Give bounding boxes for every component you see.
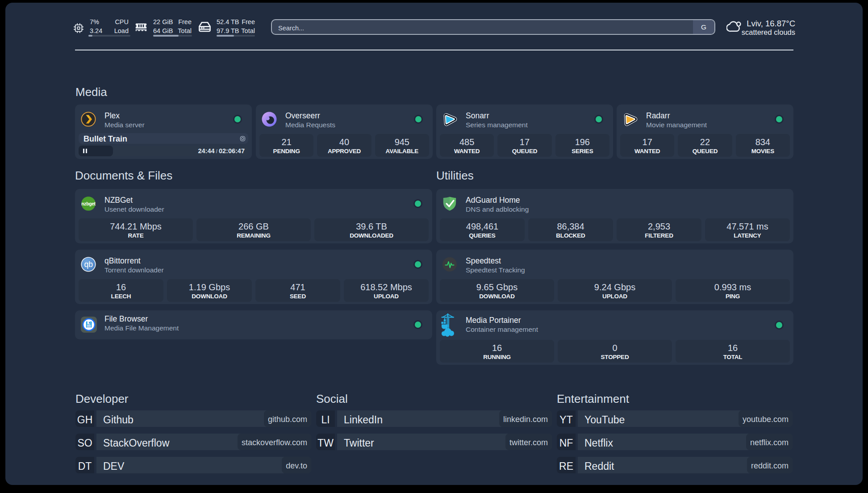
svg-text:qb: qb (84, 260, 92, 269)
svg-text:nzbget: nzbget (81, 201, 96, 206)
